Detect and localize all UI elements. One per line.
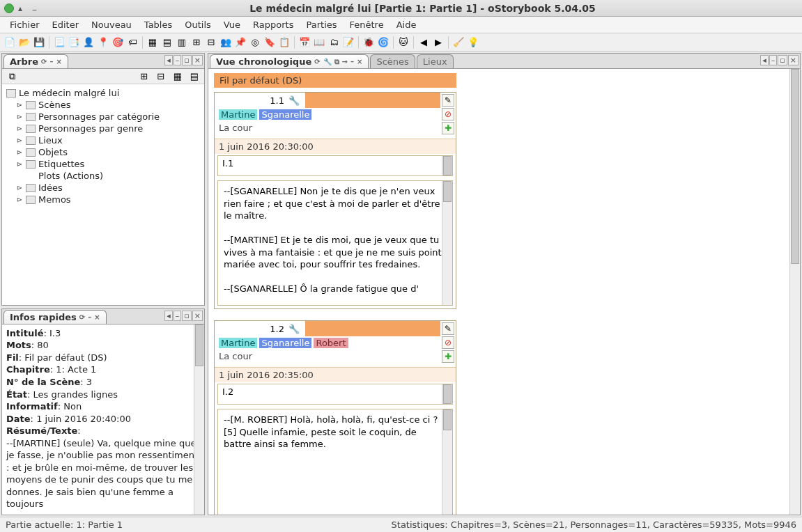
people-icon[interactable]: 👥 [219, 36, 232, 49]
scene-card[interactable]: 1.1 🔧 Martine Sganarelle La cour ✎ ⊘ ✚ 1… [214, 92, 456, 309]
target-icon[interactable]: ◎ [249, 36, 261, 49]
card-icon[interactable]: 🗂 [327, 36, 340, 49]
scrollbar[interactable] [442, 181, 452, 305]
panel-min-icon[interactable]: – [173, 55, 182, 65]
tree-item-scenes[interactable]: ⊳Scènes [16, 99, 200, 111]
scene-card[interactable]: 1.2 🔧 Martine Sganarelle Robert La cour … [214, 320, 456, 515]
scene-title[interactable]: I.1 [217, 155, 453, 176]
minimize-tab-icon[interactable]: – [49, 58, 53, 65]
delete-icon[interactable]: ⊘ [442, 108, 454, 120]
menu-outils[interactable]: Outils [179, 18, 217, 31]
tree-item-lieux[interactable]: ⊳Lieux [16, 134, 200, 146]
close-tab-icon[interactable]: × [56, 58, 61, 65]
minimize-icon[interactable]: – [32, 3, 42, 13]
close-icon[interactable] [4, 3, 14, 13]
tag-icon[interactable]: 🏷 [126, 36, 139, 49]
tab-lieux[interactable]: Lieux [417, 54, 454, 68]
cat-icon[interactable]: 🐱 [397, 36, 410, 49]
panel-min-icon[interactable]: – [769, 55, 778, 65]
menu-fichier[interactable]: Fichier [4, 18, 45, 31]
prev-icon[interactable]: ◀ [417, 36, 430, 49]
person-icon[interactable]: 👤 [82, 36, 95, 49]
new-icon[interactable]: 📄 [3, 36, 16, 49]
scrollbar[interactable] [789, 69, 800, 515]
grid2-icon[interactable]: ⊟ [205, 36, 217, 49]
minimize-tab-icon[interactable]: – [88, 313, 91, 321]
view-tiles-icon[interactable]: ▦ [171, 70, 184, 83]
delete-icon[interactable]: ⊘ [442, 336, 454, 349]
view-detail-icon[interactable]: ▤ [188, 70, 201, 83]
chapter-icon[interactable]: 📑 [68, 36, 80, 49]
tree-item-idees[interactable]: ⊳Idées [16, 182, 200, 194]
add-icon[interactable]: ✚ [442, 350, 454, 363]
panel-close-icon[interactable]: × [192, 55, 203, 65]
scene-text[interactable]: --[SGANARELLE] Non je te dis que je n'en… [217, 180, 453, 306]
tree-item-pers-cat[interactable]: ⊳Personnages par catégorie [16, 111, 200, 123]
refresh-icon[interactable]: ⟳ [41, 58, 47, 65]
menu-tables[interactable]: Tables [139, 18, 178, 31]
panel-min-icon[interactable]: – [173, 311, 182, 321]
view-list-icon[interactable]: ⊟ [155, 70, 167, 83]
spiral-icon[interactable]: 🌀 [377, 36, 390, 49]
table2-icon[interactable]: ▤ [161, 36, 173, 49]
restore-icon[interactable]: ▴ [18, 3, 28, 13]
scrollbar[interactable] [442, 409, 452, 515]
tags-icon[interactable]: 🔖 [263, 36, 276, 49]
panel-max-icon[interactable]: ▫ [778, 55, 787, 65]
tree-root[interactable]: Le médecin malgré lui [6, 87, 200, 99]
table3-icon[interactable]: ▥ [176, 36, 188, 49]
panel-close-icon[interactable]: × [788, 55, 799, 65]
tree-layout-icon[interactable]: ⧉ [6, 70, 18, 83]
refresh-icon[interactable]: ⟳ [79, 313, 85, 321]
menu-vue[interactable]: Vue [218, 18, 246, 31]
menu-rapports[interactable]: Rapports [247, 18, 299, 31]
close-tab-icon[interactable]: × [94, 313, 100, 321]
scene-icon[interactable]: 📃 [53, 36, 65, 49]
minimize-tab-icon[interactable]: → [342, 58, 348, 65]
menu-aide[interactable]: Aide [391, 18, 422, 31]
dup-icon[interactable]: ⧉ [334, 58, 339, 66]
tree-item-memos[interactable]: ⊳Memos [16, 194, 200, 205]
view-icons-icon[interactable]: ⊞ [138, 70, 151, 83]
refresh-icon[interactable]: ⟳ [314, 58, 320, 65]
panel-prev-icon[interactable]: ◂ [164, 55, 173, 65]
open-icon[interactable]: 📂 [18, 36, 31, 49]
tab-chrono[interactable]: Vue chronologique ⟳ 🔧 ⧉ → – × [210, 54, 369, 68]
chrono-body[interactable]: Fil par défaut (DS) 1.1 🔧 Martine Sganar… [208, 69, 800, 515]
pin-icon[interactable]: 📌 [234, 36, 247, 49]
char-tag[interactable]: Sganarelle [259, 338, 311, 348]
brush-icon[interactable]: 🧹 [452, 36, 465, 49]
scene-text[interactable]: --[M. ROBERT] Holà, holà, holà, fi, qu'e… [217, 409, 453, 515]
tab-arbre[interactable]: Arbre ⟳ – × [3, 54, 68, 68]
panel-prev-icon[interactable]: ◂ [760, 55, 769, 65]
menu-editer[interactable]: Editer [47, 18, 85, 31]
scrollbar[interactable] [442, 156, 452, 175]
char-tag[interactable]: Sganarelle [259, 109, 311, 120]
add-icon[interactable]: ✚ [442, 122, 454, 134]
panel-max-icon[interactable]: ▫ [182, 55, 191, 65]
edit-icon[interactable]: ✎ [442, 94, 454, 107]
menu-nouveau[interactable]: Nouveau [86, 18, 137, 31]
tab-scenes[interactable]: Scènes [370, 54, 415, 68]
table-icon[interactable]: ▦ [146, 36, 159, 49]
panel-close-icon[interactable]: × [192, 311, 203, 321]
calendar-icon[interactable]: 📅 [298, 36, 311, 49]
wrench-icon[interactable]: 🔧 [288, 95, 300, 106]
save-icon[interactable]: 💾 [33, 36, 45, 49]
scene-title[interactable]: I.2 [217, 384, 453, 405]
doc-icon[interactable]: 📋 [278, 36, 291, 49]
char-tag[interactable]: Robert [314, 338, 348, 348]
grid-icon[interactable]: ⊞ [190, 36, 203, 49]
bug-icon[interactable]: 🐞 [362, 36, 375, 49]
panel-max-icon[interactable]: ▫ [182, 311, 191, 321]
panel-prev-icon[interactable]: ◂ [164, 311, 173, 321]
tree-item-objets[interactable]: ⊳Objets [16, 146, 200, 158]
book-icon[interactable]: 📖 [313, 36, 325, 49]
scrollbar[interactable] [442, 384, 452, 404]
bulb-icon[interactable]: 💡 [467, 36, 479, 49]
next-icon[interactable]: ▶ [432, 36, 445, 49]
tree-item-plots[interactable]: ⊳Plots (Actions) [16, 170, 200, 182]
note-icon[interactable]: 📝 [342, 36, 355, 49]
tree-item-etiq[interactable]: ⊳Etiquettes [16, 158, 200, 170]
location-icon[interactable]: 📍 [97, 36, 109, 49]
